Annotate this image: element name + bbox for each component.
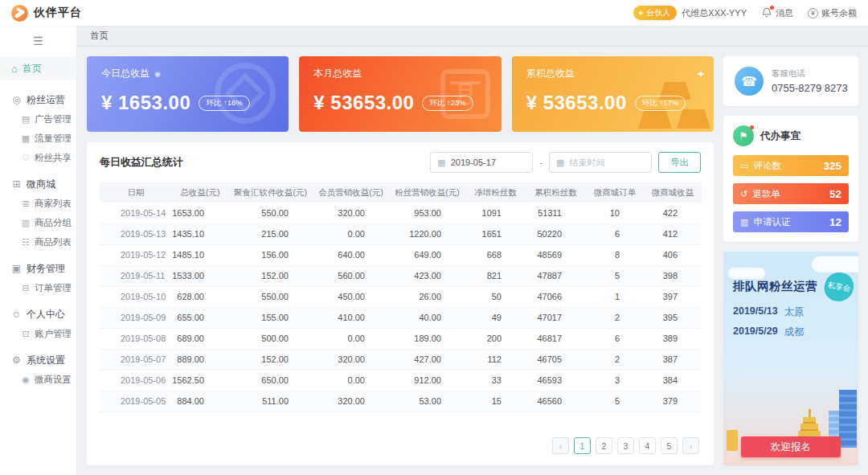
end-date-input[interactable]: ▦ 结束时间 [549,152,652,173]
table-row: 2019-05-10628.00550.00450.0026.005047066… [100,286,702,307]
table-body: 2019-05-141653.00550.00320.00953.0010915… [100,203,702,412]
pagination-page-2[interactable]: 2 [596,437,612,454]
sidebar-item-label: 商家列表 [35,198,72,210]
table-cell: 397 [644,286,702,307]
table-cell: 384 [644,370,702,391]
messages-label: 消息 [776,7,793,19]
todo-item-退款单[interactable]: ↺退款单52 [733,183,849,204]
todo-item-评论数[interactable]: ▭评论数325 [733,155,849,176]
table-cell: 0.00 [313,370,389,391]
table-cell: 649.00 [389,244,465,265]
table-cell: 410.00 [313,307,389,328]
sidebar-group-系统设置[interactable]: ⚙系统设置 [0,350,76,370]
table-cell: 2019-05-06 [100,370,172,391]
table-cell: 8 [586,244,644,265]
sidebar-group-财务管理[interactable]: ▣财务管理 [0,259,76,278]
info-icon: ◉ [154,70,161,78]
table-cell: 689.00 [172,328,228,349]
table-cell: 821 [465,265,526,286]
column-header: 会员营销收益(元) [313,182,389,203]
table-cell: 49 [465,307,526,328]
todo-item-label: 申请认证 [753,216,790,228]
table-cell: 1651 [465,223,526,244]
column-header: 粉丝营销收益(元) [389,182,465,203]
signup-button[interactable]: 欢迎报名 [741,436,841,457]
pagination-page-4[interactable]: 4 [639,437,656,454]
promo-banner[interactable]: 排队网粉丝运营 私享会 2019/5/13太原2019/5/29成都 欢迎报名 [723,252,858,465]
pagination: ‹12345› [100,428,701,457]
breadcrumb-bar: 首页 [77,26,868,47]
sidebar-item-粉丝共享[interactable]: ♡粉丝共享 [0,148,76,167]
table-cell: 320.00 [313,391,389,412]
pagination-page-3[interactable]: 3 [617,437,634,454]
messages-button[interactable]: 消息 [761,7,793,19]
sidebar-group-个人中心[interactable]: ☺个人中心 [0,305,76,324]
table-cell: 2019-05-14 [100,203,172,223]
sidebar-group-icon: ☺ [11,309,22,320]
sidebar-item-订单管理[interactable]: ⊟订单管理 [0,278,76,297]
table-cell: 46817 [526,328,586,349]
sidebar-item-广告管理[interactable]: ▤广告管理 [0,109,76,129]
pagination-next-button[interactable]: › [682,437,699,454]
sidebar-item-商品列表[interactable]: ☷商品列表 [0,232,76,252]
table-cell: 450.00 [313,286,389,307]
calendar-icon: ▦ [437,158,445,168]
sidebar-item-商品分组[interactable]: ▥商品分组 [0,213,76,232]
sidebar-group-label: 微商城 [27,178,55,191]
export-button[interactable]: 导出 [658,152,701,173]
table-cell: 640.00 [313,244,389,265]
partner-account[interactable]: ★ 合伙人 代维总XXX-YYY [633,6,747,20]
table-cell: 412 [644,223,702,244]
sidebar-group-label: 财务管理 [27,262,65,276]
sidebar-item-微商设置[interactable]: ◉微商设置 [0,370,76,389]
table-cell: 152.00 [228,265,313,286]
stat-card-1: 今日总收益◉¥ 1653.00环比 ↑16% [87,56,289,132]
partner-level-badge: ★ 合伙人 [633,6,677,20]
service-phone-number: 0755-8279 8273 [772,82,848,94]
sidebar-group-粉丝运营[interactable]: ◎粉丝运营 [0,90,76,109]
table-cell: 189.00 [389,328,465,349]
sidebar-item-商家列表[interactable]: ≣商家列表 [0,194,76,213]
pagination-page-1[interactable]: 1 [574,437,591,454]
table-cell: 655.00 [172,307,228,328]
table-cell: 48569 [526,244,586,265]
sidebar-item-账户管理[interactable]: ⊡账户管理 [0,324,76,343]
todo-item-icon: ▥ [740,217,748,227]
building-illustration [839,390,857,448]
end-date-placeholder: 结束时间 [569,157,604,169]
logo[interactable]: 伙伴平台 [11,5,82,22]
table-cell: 53.00 [389,391,465,412]
breadcrumb-tab-home[interactable]: 首页 [77,26,121,46]
table-row: 2019-05-121485.10156.00640.00649.0066848… [100,244,702,265]
sidebar-group-微商城[interactable]: ⊞微商城 [0,174,76,194]
table-row: 2019-05-061562.50650.000.00912.003346593… [100,370,702,391]
table-row: 2019-05-09655.00155.00410.0040.004947017… [100,307,702,328]
table-cell: 1435.10 [172,223,228,244]
service-label: 客服电话 [772,68,848,80]
stat-card-value: ¥ 53653.00 [313,92,414,114]
table-cell: 2019-05-11 [100,265,172,286]
table-cell: 2019-05-05 [100,391,172,412]
table-cell: 1653.00 [172,203,228,223]
table-cell: 47017 [526,307,586,328]
app-title: 伙伴平台 [34,6,82,20]
todo-item-申请认证[interactable]: ▥申请认证12 [733,211,849,232]
start-date-input[interactable]: ▦ 2019-05-17 [430,152,533,173]
sidebar-item-流量管理[interactable]: ▦流量管理 [0,129,76,148]
table-cell: 2 [586,307,644,328]
partner-badge-label: 合伙人 [646,7,670,18]
sidebar-group-icon: ▣ [11,263,22,274]
sidebar-item-home[interactable]: ⌂ 首页 [0,56,76,80]
pagination-prev-button[interactable]: ‹ [552,437,569,454]
table-cell: 2019-05-09 [100,307,172,328]
pagination-page-5[interactable]: 5 [661,437,678,454]
table-cell: 2019-05-08 [100,328,172,349]
sidebar-item-icon: ▦ [21,133,31,144]
menu-toggle-icon[interactable]: ☰ [0,31,76,51]
balance-button[interactable]: ¥ 账号余额 [808,7,857,19]
table-cell: 1533.00 [172,265,228,286]
sidebar-item-icon: ⊟ [21,283,31,293]
sidebar-groups: ◎粉丝运营▤广告管理▦流量管理♡粉丝共享⊞微商城≣商家列表▥商品分组☷商品列表▣… [0,90,76,389]
table-cell: 156.00 [228,244,313,265]
table-cell: 155.00 [228,307,313,328]
